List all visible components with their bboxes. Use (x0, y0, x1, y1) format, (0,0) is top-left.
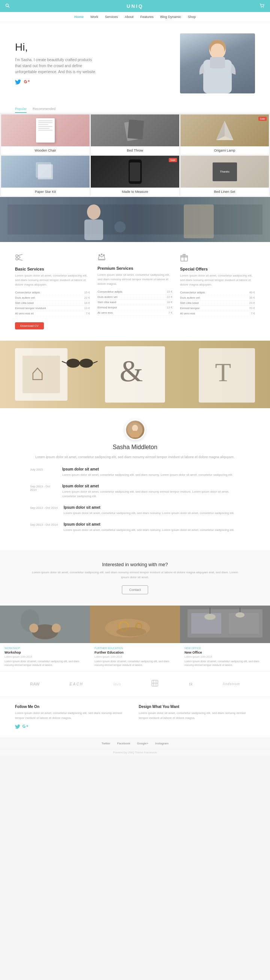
item-label: Bed Linen Set (180, 188, 269, 196)
download-cv-button[interactable]: Download CV (15, 322, 44, 329)
logo-raw: RAW (30, 682, 40, 686)
portfolio-item-3[interactable]: Sale Origami Lamp (180, 115, 269, 154)
gplus-icon[interactable] (24, 80, 30, 86)
svg-rect-16 (8, 204, 262, 234)
svg-line-23 (18, 255, 22, 256)
footer-right-text: Lorem ipsum dolor sit amet, consetetur s… (139, 711, 255, 721)
footer-twitter-icon[interactable] (15, 724, 20, 730)
blog-content-2: Further Education Further Education Lore… (90, 643, 180, 671)
nav-links: Home Work Services About Features Blog D… (0, 12, 270, 22)
svg-point-66 (204, 614, 216, 620)
search-icon[interactable] (5, 3, 10, 9)
svg-line-24 (18, 259, 22, 260)
scissors-icon (15, 253, 90, 264)
profile-section: Sasha Middleton Lorem ipsum dolor sit am… (0, 408, 270, 550)
premium-services-desc: Lorem ipsum dolor sit amet, consetetur s… (97, 273, 173, 286)
basic-services: Basic Services Lorem ipsum dolor sit ame… (15, 253, 90, 329)
svg-rect-18 (84, 220, 103, 240)
timeline-content: Ipsum dolor sit amet Lorem ipsum dolor s… (64, 522, 234, 532)
portfolio-item-4[interactable]: Paper Star Kit (1, 156, 90, 196)
blog-date: Lorem ipsum 10th 2015 (5, 655, 86, 658)
svg-point-21 (16, 255, 18, 257)
special-offers-title: Special Offers (180, 267, 255, 271)
nav-about[interactable]: About (124, 15, 133, 19)
portfolio-tabs: Popular Recommended (0, 105, 270, 113)
portfolio-item-1[interactable]: Wooden Chair (1, 115, 90, 154)
tab-popular[interactable]: Popular (15, 107, 27, 113)
blog-text: Lorem ipsum dolor sit amet, consetetur s… (94, 660, 176, 667)
svg-point-55 (52, 624, 61, 633)
portfolio-banner-2: ⌂ & T (0, 340, 270, 408)
svg-point-60 (116, 627, 146, 636)
portfolio-item-5[interactable]: Sale Made to Measure (91, 156, 179, 196)
blog-date: Lorem ipsum 10th 2015 (94, 655, 176, 658)
premium-services-items: Consectetur adipis15 € Duis autem vel22 … (97, 290, 173, 315)
sale-badge: Sale (169, 158, 177, 162)
blog-grid: Workshop Workshop Lorem ipsum 10th 2015 … (0, 606, 270, 671)
portfolio-grid: Wooden Chair Bed Throw Sale Origami Lamp… (0, 113, 270, 197)
timeline-date: Sep 2013 - Oct 2014 (30, 522, 58, 532)
timeline-date: Sep 2013 - Oct 2014 (30, 484, 56, 499)
portfolio-item-6[interactable]: Thanks Bed Linen Set (180, 156, 269, 196)
footer-gplus-icon[interactable] (22, 724, 29, 730)
hero-section: Hi, I'm Sasha. I create beautifully craf… (0, 22, 270, 105)
hero-text: Hi, I'm Sasha. I create beautifully craf… (15, 41, 180, 86)
nav-services[interactable]: Services (105, 15, 118, 19)
basic-services-desc: Lorem ipsum dolor sit amet, consetetur s… (15, 274, 90, 287)
blog-item-2[interactable]: Further Education Further Education Lore… (90, 606, 180, 671)
blog-title: New Office (184, 651, 265, 654)
profile-avatar (125, 420, 146, 440)
credits-text: Powered by UNIQ Theme Framework (113, 751, 157, 754)
svg-point-31 (103, 255, 105, 256)
interested-description: Lorem ipsum dolor sit amet, consetetur s… (30, 570, 240, 580)
bottom-nav-twitter[interactable]: Twitter (102, 742, 111, 745)
logo-each: EACH (70, 682, 83, 686)
tab-recommended[interactable]: Recommended (33, 107, 56, 113)
svg-point-29 (99, 255, 100, 256)
item-label: Origami Lamp (180, 146, 269, 154)
bottom-nav-gplus[interactable]: Google+ (137, 742, 148, 745)
basic-services-title: Basic Services (15, 267, 90, 271)
svg-point-8 (211, 43, 224, 57)
svg-point-2 (261, 7, 262, 8)
bottom-nav-facebook[interactable]: Facebook (117, 742, 130, 745)
nav-blog[interactable]: Blog Dynamic (160, 15, 181, 19)
svg-rect-19 (184, 204, 214, 238)
svg-point-30 (101, 254, 102, 255)
blog-tag: Further Education (94, 647, 176, 649)
hero-greeting: Hi, (15, 41, 180, 53)
blog-text: Lorem ipsum dolor sit amet, consetetur s… (184, 660, 265, 667)
blog-item-3[interactable]: New Office New Office Lorem ipsum 10th 2… (180, 606, 270, 671)
nav-home[interactable]: Home (74, 15, 84, 19)
hero-social (15, 80, 180, 86)
footer-right-title: Design What You Want (139, 705, 255, 709)
footer-split: Follow Me On Lorem ipsum dolor sit amet,… (0, 697, 270, 738)
bottom-nav: Twitter Facebook Google+ Instagram (0, 738, 270, 749)
hero-description: I'm Sasha. I create beautifully crafted … (15, 57, 180, 75)
blog-item-1[interactable]: Workshop Workshop Lorem ipsum 10th 2015 … (0, 606, 90, 671)
twitter-icon[interactable] (15, 80, 21, 86)
svg-point-20 (114, 221, 125, 232)
footer-social (15, 724, 131, 730)
svg-point-0 (6, 4, 9, 6)
special-offers: Special Offers Lorem ipsum dolor sit ame… (180, 253, 255, 329)
bottom-nav-instagram[interactable]: Instagram (155, 742, 169, 745)
svg-text:T: T (215, 358, 239, 387)
svg-line-1 (8, 6, 10, 8)
svg-point-17 (87, 204, 100, 220)
sale-badge: Sale (258, 117, 267, 121)
footer-left: Follow Me On Lorem ipsum dolor sit amet,… (15, 705, 131, 730)
logos-section: RAW EACH lava tk lindstrom (0, 671, 270, 697)
contact-button[interactable]: Contact (122, 585, 148, 594)
cart-icon[interactable] (259, 3, 265, 9)
nav-work[interactable]: Work (91, 15, 98, 19)
logo-lava: lava (113, 682, 121, 686)
svg-point-3 (263, 7, 264, 8)
bottom-credits: Powered by UNIQ Theme Framework (0, 749, 270, 756)
svg-line-26 (18, 258, 20, 259)
special-offers-items: Consectetur adipis49 € Duis autem vel35 … (180, 291, 255, 316)
nav-shop[interactable]: Shop (188, 15, 196, 19)
portfolio-item-2[interactable]: Bed Throw (91, 115, 179, 154)
nav-features[interactable]: Features (140, 15, 154, 19)
timeline-item-4: Sep 2013 - Oct 2014 Ipsum dolor sit amet… (30, 522, 240, 532)
